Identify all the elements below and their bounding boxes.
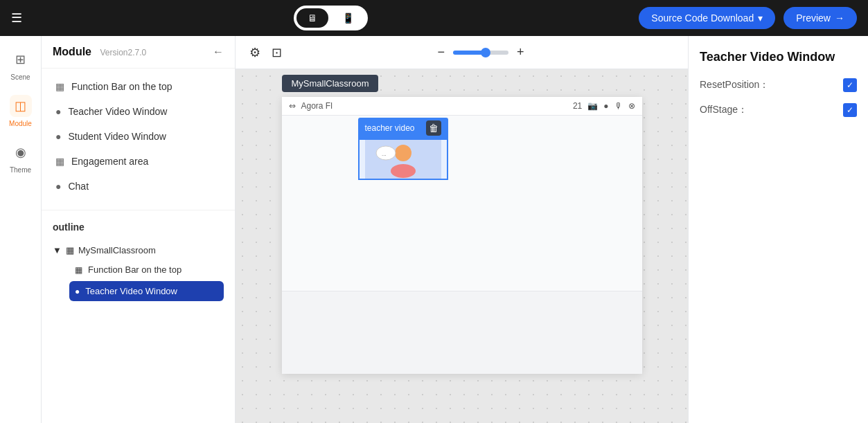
canvas-toolbar: ⚙ ⊡ − + — [236, 36, 688, 69]
function-bar-icon: ▦ — [55, 81, 64, 92]
reset-position-checkbox[interactable]: ✓ — [843, 78, 857, 92]
outline-title: outline — [53, 222, 224, 233]
classroom-topbar-mic-icon: 🎙 — [614, 101, 623, 111]
hamburger-menu-icon[interactable]: ☰ — [11, 10, 22, 26]
outline-children: ▦ Function Bar on the top ● Teacher Vide… — [53, 260, 224, 301]
outline-tree: ▼ ▦ MySmallClassroom ▦ Function Bar on t… — [53, 241, 224, 301]
module-item-teacher-video[interactable]: ● Teacher Video Window — [42, 99, 235, 124]
teacher-video-delete-button[interactable]: 🗑 — [426, 120, 441, 136]
sidebar-item-theme-label: Theme — [10, 166, 31, 174]
source-code-label: Source Code Download — [651, 12, 754, 24]
svg-point-1 — [395, 145, 411, 161]
canvas-frame: MySmallClassroom ⇔ Agora Fl 21 📷 ● 🎙 ⊗ — [282, 97, 642, 374]
classroom-topbar-exit-icon: ⊗ — [628, 101, 635, 111]
classroom-topbar: ⇔ Agora Fl 21 📷 ● 🎙 ⊗ — [282, 97, 642, 116]
sidebar-item-scene[interactable]: ⊞ Scene — [0, 42, 41, 88]
prop-label-offstage: OffStage： — [700, 104, 747, 116]
student-video-icon: ● — [55, 131, 61, 142]
module-item-engagement[interactable]: ▦ Engagement area — [42, 149, 235, 174]
top-bar-right: Source Code Download ▾ Preview → — [639, 7, 857, 29]
module-item-chat-label: Chat — [68, 181, 89, 192]
prop-label-reset-position: ResetPosition： — [700, 79, 769, 91]
module-panel: Module Version2.7.0 ← ▦ Function Bar on … — [42, 36, 236, 423]
preview-tool-button[interactable]: ⊡ — [269, 42, 285, 63]
prop-row-offstage: OffStage： ✓ — [700, 103, 857, 117]
outline-function-bar-label: Function Bar on the top — [88, 264, 181, 275]
main-layout: ⊞ Scene ◫ Module ◉ Theme Module Version2… — [0, 36, 868, 423]
settings-tool-button[interactable]: ⚙ — [247, 42, 263, 63]
outline-function-bar-icon: ▦ — [75, 265, 82, 275]
preview-arrow-icon: → — [835, 12, 844, 24]
teacher-video-label-text: teacher video — [365, 123, 415, 133]
canvas-workspace[interactable]: MySmallClassroom ⇔ Agora Fl 21 📷 ● 🎙 ⊗ — [236, 69, 688, 423]
canvas-toolbar-left: ⚙ ⊡ — [247, 42, 285, 63]
preview-button[interactable]: Preview → — [783, 7, 857, 29]
module-item-function-bar[interactable]: ▦ Function Bar on the top — [42, 74, 235, 99]
module-item-student-video[interactable]: ● Student Video Window — [42, 124, 235, 149]
source-code-download-button[interactable]: Source Code Download ▾ — [639, 7, 775, 29]
module-item-function-bar-label: Function Bar on the top — [71, 81, 172, 92]
module-item-engagement-label: Engagement area — [71, 156, 148, 167]
outline-child-teacher-video[interactable]: ● Teacher Video Window — [69, 281, 224, 301]
outline-root-label: MySmallClassroom — [78, 245, 156, 255]
collapse-panel-button[interactable]: ← — [213, 46, 224, 58]
theme-icon: ◉ — [10, 141, 32, 163]
module-item-chat[interactable]: ● Chat — [42, 174, 235, 199]
outline-teacher-video-label: Teacher Video Window — [85, 286, 177, 296]
preview-label: Preview — [796, 12, 831, 24]
scene-icon: ⊞ — [10, 48, 32, 71]
teacher-video-avatar-svg: ... — [365, 139, 441, 179]
outline-child-function-bar[interactable]: ▦ Function Bar on the top — [69, 260, 224, 280]
sidebar-item-module-label: Module — [9, 120, 32, 127]
svg-point-2 — [391, 164, 416, 178]
sidebar-item-scene-label: Scene — [10, 73, 30, 81]
desktop-device-button[interactable]: 🖥 — [296, 8, 328, 28]
outline-root-item[interactable]: ▼ ▦ MySmallClassroom — [53, 241, 224, 260]
teacher-video-window-canvas[interactable]: teacher video 🗑 — [358, 118, 448, 180]
module-title-group: Module Version2.7.0 — [53, 46, 146, 58]
svg-text:...: ... — [382, 151, 387, 157]
outline-root-icon: ▦ — [66, 245, 74, 255]
classroom-topbar-text: Agora Fl — [301, 101, 333, 111]
module-icon: ◫ — [10, 95, 32, 117]
chat-icon: ● — [55, 181, 61, 192]
sidebar-item-theme[interactable]: ◉ Theme — [0, 134, 41, 181]
classroom-topbar-camera-icon: 📷 — [587, 101, 598, 111]
offstage-checkbox[interactable]: ✓ — [843, 103, 857, 117]
module-header: Module Version2.7.0 ← — [42, 36, 235, 69]
classroom-bottom-area — [282, 291, 642, 374]
module-item-teacher-video-label: Teacher Video Window — [68, 106, 167, 117]
classroom-topbar-counter: 21 — [573, 101, 582, 111]
source-code-dropdown-icon: ▾ — [758, 12, 763, 24]
icon-sidebar: ⊞ Scene ◫ Module ◉ Theme — [0, 36, 42, 423]
classroom-topbar-arrows: ⇔ — [289, 101, 296, 111]
mobile-device-button[interactable]: 📱 — [331, 8, 365, 28]
canvas-zoom-controls: − + — [434, 42, 526, 62]
zoom-out-button[interactable]: − — [434, 42, 448, 62]
module-item-student-video-label: Student Video Window — [68, 131, 166, 142]
outline-collapse-arrow: ▼ — [53, 245, 62, 255]
engagement-icon: ▦ — [55, 156, 64, 167]
top-bar-left: ☰ — [11, 10, 22, 26]
module-version: Version2.7.0 — [100, 48, 146, 57]
device-toggle-group: 🖥 📱 — [294, 6, 368, 30]
outline-section: outline ▼ ▦ MySmallClassroom ▦ Function … — [42, 210, 235, 314]
desktop-icon: 🖥 — [308, 12, 317, 24]
sidebar-item-module[interactable]: ◫ Module — [0, 88, 41, 134]
properties-title: Teacher Video Window — [700, 50, 857, 64]
properties-panel: Teacher Video Window ResetPosition： ✓ Of… — [688, 36, 868, 423]
zoom-in-button[interactable]: + — [514, 42, 527, 62]
teacher-video-icon: ● — [55, 106, 61, 117]
classroom-body: ⇔ Agora Fl 21 📷 ● 🎙 ⊗ teacher video 🗑 — [282, 97, 642, 291]
canvas-area: ⚙ ⊡ − + MySmallClassroom ⇔ Agora Fl — [236, 36, 688, 423]
zoom-slider[interactable] — [453, 51, 508, 55]
top-bar-center: 🖥 📱 — [294, 6, 368, 30]
classroom-topbar-circle-icon: ● — [603, 101, 608, 111]
classroom-label: MySmallClassroom — [282, 75, 379, 92]
teacher-video-content: ... — [358, 138, 448, 180]
module-items-list: ▦ Function Bar on the top ● Teacher Vide… — [42, 69, 235, 204]
prop-row-reset-position: ResetPosition： ✓ — [700, 78, 857, 92]
teacher-video-label-bar: teacher video 🗑 — [358, 118, 448, 138]
module-title: Module — [53, 46, 91, 57]
mobile-icon: 📱 — [342, 12, 354, 24]
